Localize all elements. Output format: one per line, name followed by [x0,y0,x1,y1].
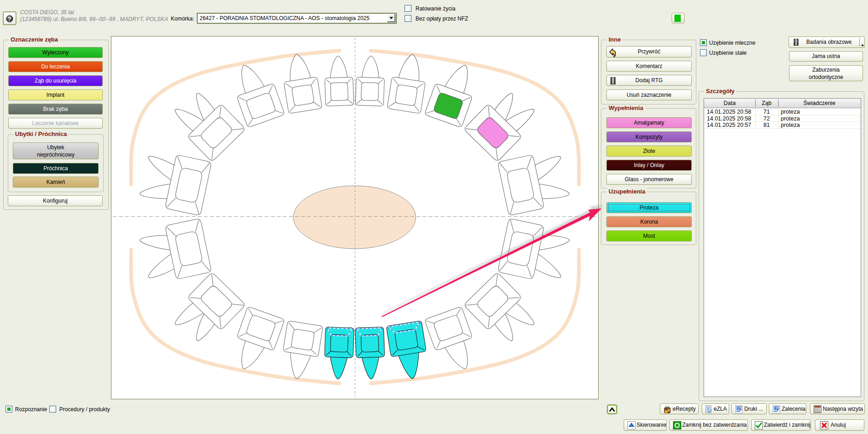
svg-text:?: ? [8,16,11,22]
